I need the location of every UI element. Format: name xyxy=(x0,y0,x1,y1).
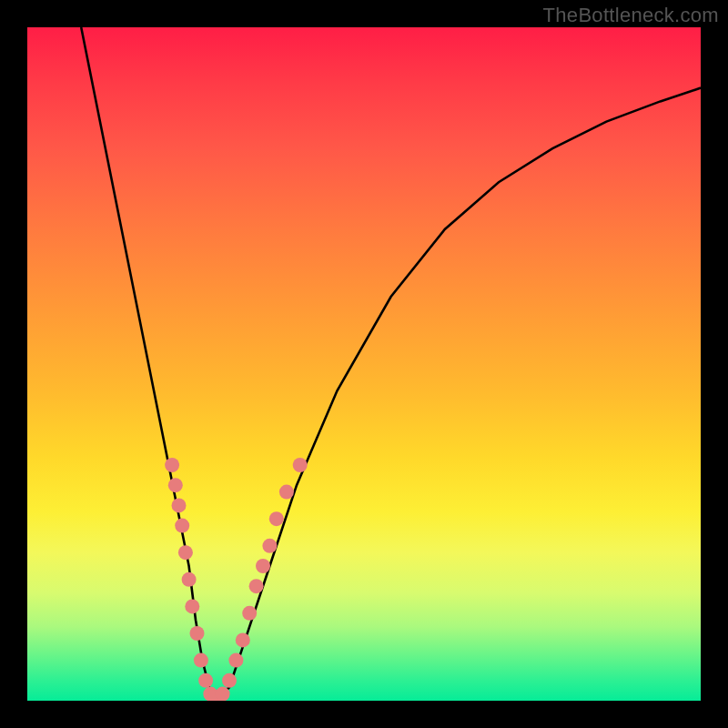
sample-point xyxy=(172,498,187,512)
sample-point xyxy=(228,653,243,668)
sample-point xyxy=(222,673,237,688)
sample-point xyxy=(178,545,193,560)
sample-point xyxy=(249,579,264,593)
sample-point xyxy=(175,519,189,533)
sample-point xyxy=(198,673,213,688)
plot-area xyxy=(27,27,701,701)
sample-point xyxy=(279,485,294,500)
sample-point xyxy=(182,572,197,587)
sample-point xyxy=(168,478,183,492)
sample-point xyxy=(216,687,230,701)
sample-point xyxy=(256,559,270,573)
bottleneck-curve xyxy=(81,27,701,701)
sample-point xyxy=(262,539,277,553)
sample-point xyxy=(194,653,208,668)
curve-svg xyxy=(27,27,701,701)
sample-point xyxy=(236,632,250,647)
sample-point xyxy=(185,599,199,613)
watermark-text: TheBottleneck.com xyxy=(543,4,719,27)
sample-point xyxy=(165,458,179,472)
sample-point xyxy=(242,606,257,621)
chart-outer-frame: TheBottleneck.com xyxy=(0,0,728,728)
sample-point xyxy=(269,511,284,526)
sample-point xyxy=(190,626,205,641)
sample-markers xyxy=(165,458,308,701)
sample-point xyxy=(293,458,308,472)
